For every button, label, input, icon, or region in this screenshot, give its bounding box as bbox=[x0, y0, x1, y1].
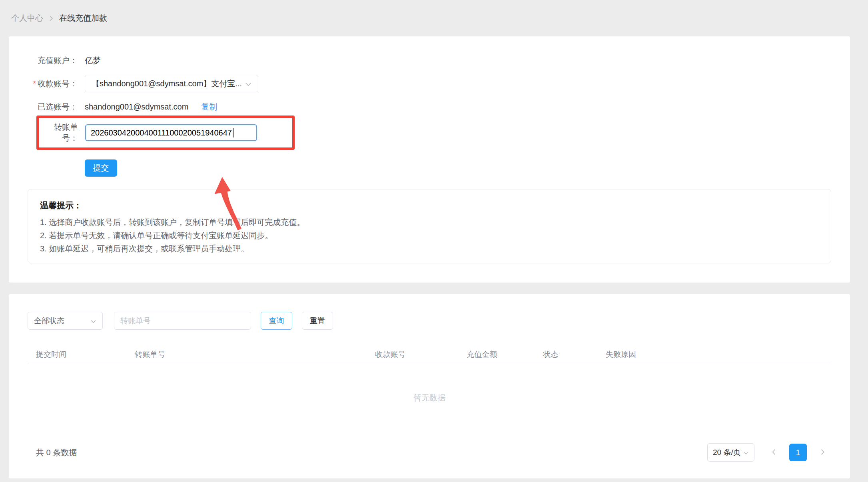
next-page-button[interactable] bbox=[814, 444, 831, 461]
total-count-text: 共 0 条数据 bbox=[28, 447, 77, 458]
breadcrumb: 个人中心 在线充值加款 bbox=[0, 0, 868, 36]
red-highlight-box: 转账单号： bbox=[36, 116, 295, 150]
payee-account-select-value: 【shandong001@sdymsat.com】支付宝... bbox=[92, 78, 245, 89]
filter-row: 全部状态 查询 重置 bbox=[28, 312, 831, 330]
tips-title: 温馨提示： bbox=[40, 200, 819, 211]
column-header-amount: 充值金额 bbox=[458, 349, 535, 360]
breadcrumb-parent[interactable]: 个人中心 bbox=[11, 13, 43, 24]
tips-item-3: 3. 如账单延迟，可稍后再次提交，或联系管理员手动处理。 bbox=[40, 245, 819, 253]
column-header-submit-time: 提交时间 bbox=[28, 349, 126, 360]
empty-state: 暂无数据 bbox=[28, 363, 831, 432]
page-size-value: 20 条/页 bbox=[713, 447, 743, 458]
breadcrumb-separator-icon bbox=[49, 15, 54, 22]
chevron-down-icon bbox=[90, 317, 96, 325]
pagination: 20 条/页 1 bbox=[707, 443, 831, 462]
copy-link[interactable]: 复制 bbox=[201, 102, 217, 112]
breadcrumb-current: 在线充值加款 bbox=[59, 13, 107, 24]
tips-box: 温馨提示： 1. 选择商户收款账号后，转账到该账户，复制订单号填写后即可完成充值… bbox=[28, 189, 831, 263]
status-filter-select[interactable]: 全部状态 bbox=[28, 312, 103, 330]
column-header-status: 状态 bbox=[535, 349, 597, 360]
history-card: 全部状态 查询 重置 提交时间 转账单号 收款账号 充值金额 状态 失败原因 暂… bbox=[9, 294, 850, 478]
payee-account-label: *收款账号： bbox=[28, 78, 78, 89]
table-footer: 共 0 条数据 20 条/页 1 bbox=[28, 443, 831, 462]
query-button[interactable]: 查询 bbox=[261, 312, 292, 330]
selected-account-row: 已选账号： shandong001@sdymsat.com 复制 bbox=[28, 101, 831, 113]
reset-button[interactable]: 重置 bbox=[302, 312, 333, 330]
table-header: 提交时间 转账单号 收款账号 充值金额 状态 失败原因 bbox=[28, 346, 831, 363]
payee-account-select[interactable]: 【shandong001@sdymsat.com】支付宝... bbox=[85, 75, 258, 92]
transfer-no-label: 转账单号： bbox=[42, 122, 78, 143]
transfer-no-input[interactable] bbox=[85, 124, 257, 141]
selected-account-label: 已选账号： bbox=[28, 102, 78, 112]
transfer-no-input-wrap bbox=[85, 124, 257, 141]
prev-page-button[interactable] bbox=[765, 444, 782, 461]
chevron-right-icon bbox=[820, 448, 825, 457]
status-filter-value: 全部状态 bbox=[34, 316, 90, 326]
selected-account-value: shandong001@sdymsat.com bbox=[85, 102, 188, 112]
column-header-transfer-no: 转账单号 bbox=[126, 349, 367, 360]
transfer-no-search-input[interactable] bbox=[114, 312, 251, 330]
chevron-down-icon bbox=[245, 79, 251, 88]
recharge-account-value: 亿梦 bbox=[85, 55, 101, 66]
tips-item-2: 2. 若提示单号无效，请确认单号正确或等待支付宝账单延迟同步。 bbox=[40, 231, 819, 239]
chevron-down-icon bbox=[743, 448, 749, 457]
page-size-select[interactable]: 20 条/页 bbox=[707, 443, 754, 462]
column-header-fail-reason: 失败原因 bbox=[597, 349, 831, 360]
chevron-left-icon bbox=[772, 448, 776, 457]
recharge-account-row: 充值账户： 亿梦 bbox=[28, 54, 831, 66]
page-1-button[interactable]: 1 bbox=[789, 444, 807, 461]
column-header-payee: 收款账号 bbox=[367, 349, 458, 360]
submit-button[interactable]: 提交 bbox=[85, 159, 117, 177]
payee-account-row: *收款账号： 【shandong001@sdymsat.com】支付宝... bbox=[28, 75, 831, 92]
recharge-account-label: 充值账户： bbox=[28, 55, 78, 66]
recharge-form-card: 充值账户： 亿梦 *收款账号： 【shandong001@sdymsat.com… bbox=[9, 36, 850, 283]
required-asterisk: * bbox=[33, 79, 36, 88]
tips-item-1: 1. 选择商户收款账号后，转账到该账户，复制订单号填写后即可完成充值。 bbox=[40, 218, 819, 226]
